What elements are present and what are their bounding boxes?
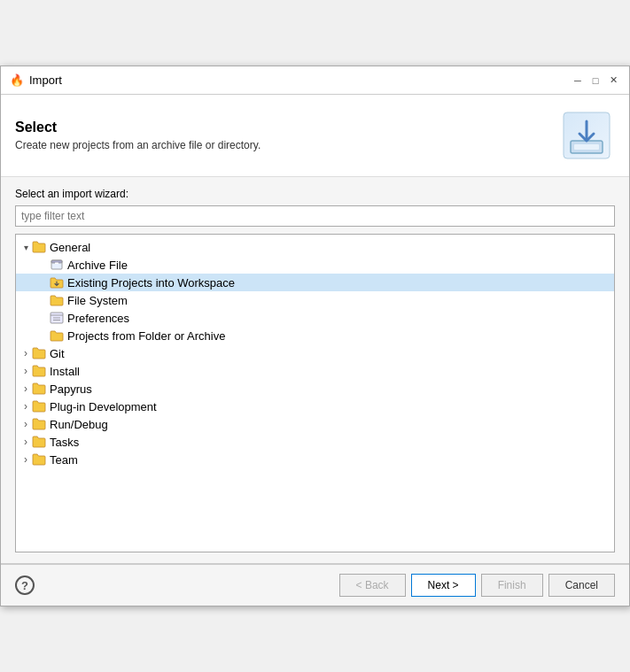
- item-icon-run-debug: [32, 417, 46, 431]
- item-label-archive-file: Archive File: [67, 259, 128, 272]
- tree-item-existing-projects[interactable]: Existing Projects into Workspace: [16, 274, 614, 291]
- tree-item-install[interactable]: Install: [16, 362, 614, 380]
- leaf-spacer-archive-file: [37, 259, 50, 271]
- tree-item-file-system[interactable]: File System: [16, 291, 614, 309]
- expand-arrow-general[interactable]: [19, 241, 32, 253]
- title-bar-title: Import: [29, 73, 62, 87]
- tree-item-projects-from-folder[interactable]: Projects from Folder or Archive: [16, 327, 614, 344]
- item-icon-plugin-dev: [32, 399, 46, 413]
- item-icon-papyrus: [32, 382, 46, 396]
- tree-item-general[interactable]: General: [16, 238, 614, 256]
- page-description: Create new projects from an archive file…: [15, 139, 261, 151]
- expand-arrow-tasks[interactable]: [19, 436, 32, 448]
- item-icon-tasks: [32, 435, 46, 449]
- item-icon-general: [32, 240, 46, 254]
- item-icon-team: [32, 452, 46, 467]
- item-label-general: General: [50, 241, 90, 254]
- expand-arrow-plugin-dev[interactable]: [19, 400, 32, 413]
- item-icon-preferences: [50, 311, 64, 325]
- header-text: Select Create new projects from an archi…: [15, 120, 261, 151]
- title-bar-controls: ─ □ ✕: [571, 73, 620, 88]
- help-button[interactable]: ?: [15, 575, 35, 595]
- svg-rect-2: [574, 144, 599, 150]
- tree-item-preferences[interactable]: Preferences: [16, 309, 614, 327]
- title-bar-left: 🔥 Import: [10, 73, 62, 88]
- tree-item-git[interactable]: Git: [16, 344, 614, 362]
- item-icon-existing-projects: [50, 275, 64, 290]
- content-section: Select an import wizard: GeneralArchive …: [1, 177, 629, 563]
- tree-item-papyrus[interactable]: Papyrus: [16, 380, 614, 398]
- header-icon: [558, 107, 615, 164]
- next-button[interactable]: Next >: [411, 574, 476, 597]
- minimize-button[interactable]: ─: [571, 73, 585, 88]
- item-label-install: Install: [50, 365, 80, 378]
- tree-item-tasks[interactable]: Tasks: [16, 433, 614, 451]
- leaf-spacer-preferences: [37, 312, 50, 324]
- item-label-projects-from-folder: Projects from Folder or Archive: [67, 329, 225, 343]
- item-icon-git: [32, 346, 46, 360]
- item-icon-archive-file: [50, 258, 64, 272]
- item-label-tasks: Tasks: [50, 436, 79, 449]
- footer-buttons: < Back Next > Finish Cancel: [339, 574, 615, 597]
- footer-left: ?: [15, 575, 35, 595]
- app-icon: 🔥: [10, 73, 24, 88]
- expand-arrow-team[interactable]: [19, 453, 32, 466]
- finish-button[interactable]: Finish: [481, 574, 543, 597]
- tree-item-team[interactable]: Team: [16, 451, 614, 468]
- item-icon-install: [32, 364, 46, 378]
- leaf-spacer-projects-from-folder: [37, 329, 50, 342]
- svg-rect-6: [55, 263, 58, 265]
- tree-item-plugin-dev[interactable]: Plug-in Development: [16, 398, 614, 415]
- import-graphic-icon: [562, 111, 611, 160]
- maximize-button[interactable]: □: [588, 73, 603, 88]
- leaf-spacer-file-system: [37, 294, 50, 306]
- cancel-button[interactable]: Cancel: [548, 574, 615, 597]
- title-bar: 🔥 Import ─ □ ✕: [1, 66, 629, 95]
- header-section: Select Create new projects from an archi…: [1, 95, 629, 177]
- item-label-git: Git: [50, 347, 65, 360]
- wizard-label: Select an import wizard:: [15, 188, 615, 200]
- item-label-plugin-dev: Plug-in Development: [50, 400, 157, 413]
- expand-arrow-papyrus[interactable]: [19, 382, 32, 395]
- filter-input[interactable]: [15, 205, 615, 227]
- item-icon-projects-from-folder: [50, 328, 64, 343]
- item-label-run-debug: Run/Debug: [50, 418, 108, 431]
- expand-arrow-install[interactable]: [19, 365, 32, 377]
- import-dialog: 🔥 Import ─ □ ✕ Select Create new project…: [0, 66, 630, 606]
- close-button[interactable]: ✕: [606, 73, 620, 88]
- item-label-file-system: File System: [67, 294, 128, 307]
- item-label-preferences: Preferences: [67, 312, 129, 325]
- expand-arrow-run-debug[interactable]: [19, 418, 32, 430]
- item-label-team: Team: [50, 453, 78, 467]
- tree-item-run-debug[interactable]: Run/Debug: [16, 415, 614, 433]
- tree-container[interactable]: GeneralArchive FileExisting Projects int…: [15, 234, 615, 552]
- page-title: Select: [15, 120, 261, 135]
- back-button[interactable]: < Back: [339, 574, 406, 597]
- tree-item-archive-file[interactable]: Archive File: [16, 256, 614, 274]
- leaf-spacer-existing-projects: [37, 276, 50, 289]
- item-label-existing-projects: Existing Projects into Workspace: [67, 276, 235, 290]
- item-label-papyrus: Papyrus: [50, 382, 92, 396]
- expand-arrow-git[interactable]: [19, 347, 32, 359]
- footer: ? < Back Next > Finish Cancel: [1, 564, 629, 606]
- item-icon-file-system: [50, 293, 64, 307]
